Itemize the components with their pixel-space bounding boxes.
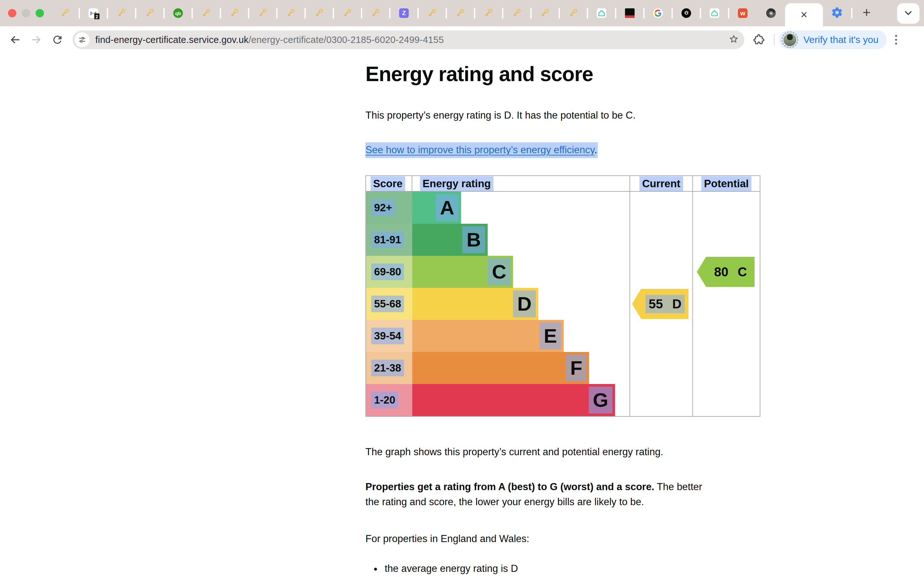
active-tab[interactable]: ×: [785, 3, 823, 26]
pinned-tab-w-orange[interactable]: w: [729, 0, 757, 26]
window-close-button[interactable]: [8, 9, 16, 17]
pinned-tab-site-gold[interactable]: [362, 0, 390, 26]
gold-key-icon: [512, 7, 522, 19]
window-zoom-button[interactable]: [36, 9, 44, 17]
epc-band-row-a: 92+A: [366, 192, 760, 224]
pinned-tab-google[interactable]: [644, 0, 672, 26]
band-score-range: 21-38: [366, 352, 412, 384]
tab-strip: 2qbZw ×: [0, 0, 924, 26]
improve-link-line: See how to improve this property’s energ…: [365, 143, 760, 157]
rating-explainer-rest1: The better: [654, 481, 702, 492]
pinned-tab-site-gold[interactable]: [559, 0, 588, 26]
pinned-tab-quickbooks[interactable]: qb: [164, 0, 192, 26]
pinned-tab-site-gold[interactable]: [192, 0, 220, 26]
potential-column-cell: 80 C: [693, 256, 760, 288]
band-bar-area: B: [412, 224, 630, 256]
band-score-range: 1-20: [366, 384, 412, 416]
chevron-down-icon: [903, 7, 914, 19]
pinned-tab-site-gold[interactable]: [249, 0, 277, 26]
reload-button[interactable]: [47, 29, 68, 50]
graph-caption: The graph shows this property’s current …: [365, 445, 760, 459]
rating-explainer-rest2: the rating and score, the lower your ene…: [365, 496, 644, 508]
gold-key-icon: [286, 7, 296, 19]
pinned-tab-site-gold[interactable]: [503, 0, 531, 26]
band-bar-g: G: [412, 384, 615, 416]
current-column-cell: [630, 192, 693, 224]
pinned-tab-site-gold[interactable]: [446, 0, 475, 26]
pinned-tab-site-gold[interactable]: [107, 0, 136, 26]
kebab-dot: [895, 43, 897, 45]
tab-settings[interactable]: [823, 0, 851, 26]
potential-column-cell: [693, 192, 760, 224]
improve-efficiency-link[interactable]: See how to improve this property’s energ…: [365, 144, 594, 155]
band-letter: B: [462, 226, 485, 253]
epc-header-current: Current: [630, 176, 693, 191]
current-rating-arrow: 55 D: [632, 289, 688, 319]
home-icon: [597, 8, 606, 18]
band-score-range: 81-91: [366, 224, 412, 256]
window-minimize-button[interactable]: [22, 9, 30, 17]
gold-key-icon: [229, 7, 240, 19]
band-bar-b: B: [412, 224, 488, 256]
pinned-tab-site-gold[interactable]: [220, 0, 249, 26]
site-info-button[interactable]: [75, 32, 89, 47]
forward-arrow-icon: [30, 33, 43, 46]
pinned-tab-home-teal[interactable]: [700, 0, 729, 26]
pinned-tab-zotero[interactable]: Z: [390, 0, 418, 26]
pinned-tab-site-gold[interactable]: [305, 0, 333, 26]
pinned-tab-site-gold[interactable]: [51, 0, 79, 26]
profile-verify-chip[interactable]: Verify that it's you: [779, 31, 887, 49]
link-period: .: [594, 144, 597, 155]
current-column-cell: [630, 224, 693, 256]
pinned-tab-black-red[interactable]: [615, 0, 644, 26]
current-column-cell: [630, 256, 693, 288]
browser-menu-button[interactable]: [887, 35, 905, 45]
puzzle-icon: [753, 34, 764, 45]
kebab-dot: [895, 39, 897, 41]
pinned-tab-openai[interactable]: [672, 0, 700, 26]
epc-band-row-c: 69-80C80 C: [366, 256, 760, 288]
url-text[interactable]: find-energy-certificate.service.gov.uk/e…: [95, 35, 728, 45]
toolbar-right-cluster: Verify that it's you: [748, 29, 905, 50]
current-column-cell: 55 D: [630, 288, 693, 320]
band-score-range: 92+: [366, 192, 412, 224]
selected-text-highlight: See how to improve this property’s energ…: [365, 142, 598, 158]
pinned-tab-site-gold[interactable]: [277, 0, 305, 26]
home-icon: [710, 8, 719, 18]
gold-key-icon: [60, 7, 70, 19]
pinned-tab-site-gold[interactable]: [418, 0, 446, 26]
pinned-tab-home-teal[interactable]: [588, 0, 615, 26]
band-letter: E: [540, 322, 561, 350]
url-bar[interactable]: find-energy-certificate.service.gov.uk/e…: [73, 31, 744, 49]
tab-search-button[interactable]: [897, 3, 919, 24]
window-controls: [0, 9, 51, 17]
epc-band-row-f: 21-38F: [366, 352, 760, 384]
extensions-button[interactable]: [748, 29, 769, 50]
quickbooks-icon: qb: [173, 8, 183, 18]
pinned-tab-site-gold[interactable]: [531, 0, 559, 26]
band-bar-e: E: [412, 320, 564, 352]
close-tab-icon[interactable]: ×: [800, 9, 807, 21]
back-button[interactable]: [5, 29, 26, 50]
gear-icon: [831, 6, 843, 20]
pinned-tab-site-gold[interactable]: [475, 0, 503, 26]
inactive-tab-grayscale-favicon[interactable]: [757, 0, 785, 26]
gold-key-icon: [201, 7, 212, 19]
google-icon: [653, 8, 663, 18]
grayscale-browser-icon: [766, 8, 776, 18]
selected-text-highlight: 55-68: [371, 295, 404, 312]
new-tab-button[interactable]: [853, 0, 881, 26]
forward-button[interactable]: [26, 29, 47, 50]
tune-icon: [78, 35, 87, 44]
gold-key-icon: [116, 7, 127, 19]
pinned-tab-site-gold[interactable]: [333, 0, 362, 26]
band-letter: D: [513, 290, 536, 318]
potential-column-cell: [693, 320, 760, 352]
band-bar-area: A: [412, 192, 630, 224]
selected-text-highlight: 81-91: [371, 231, 404, 248]
zotero-icon: Z: [399, 8, 409, 18]
pinned-tab-site-gold[interactable]: [136, 0, 164, 26]
pinned-tab-gmail[interactable]: 2: [79, 0, 107, 26]
bookmark-star-button[interactable]: [728, 34, 739, 46]
epc-band-row-b: 81-91B: [366, 224, 760, 256]
